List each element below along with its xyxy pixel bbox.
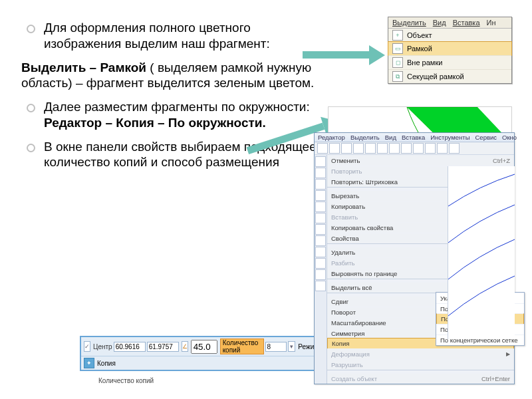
p3a: Далее разместим фрагменты по окружности: (44, 100, 310, 114)
editor-item-24: Создать объектCtrl+Enter (327, 373, 514, 384)
item-label: Повторить: Штриховка (331, 178, 398, 186)
menu-item-icon: ▭ (392, 43, 403, 54)
p2a: Выделить – Рамкой (21, 61, 146, 74)
item-shortcut: Ctrl+Enter (481, 375, 510, 382)
menu-item-label: Рамкой (407, 45, 432, 53)
stepper-icon[interactable]: ▾ (288, 341, 296, 352)
para-2: Выделить – Рамкой ( выделяем рамкой нужн… (21, 60, 317, 92)
editor-item-0[interactable]: ОтменитьCtrl+Z (327, 155, 514, 166)
item-label: Масштабирование (331, 319, 386, 327)
item-label: Разрушить (331, 361, 363, 368)
menu-item-label: Объект (407, 31, 432, 39)
center-label: Центр (93, 343, 112, 350)
menu-item-icon: ⧉ (392, 71, 403, 82)
item-label: Деформация (331, 350, 370, 358)
item-label: Копировать (331, 203, 365, 210)
item-label: Копировать свойства (331, 224, 393, 231)
editor-canvas (448, 166, 515, 339)
copy-label: Копия (97, 360, 116, 367)
menu-item-label: Секущей рамкой (407, 72, 464, 80)
editor-menu-4[interactable]: Инструменты (430, 134, 469, 141)
menu-item-label: Вне рамки (407, 59, 442, 66)
item-label: Удалить (331, 249, 355, 256)
count-input[interactable] (265, 342, 287, 352)
editor-item-22: Разрушить (327, 359, 514, 370)
editor-menu-3[interactable]: Вставка (402, 134, 425, 141)
select-menu-bar: Выделить Вид Вставка Ин (388, 17, 511, 29)
editor-window: РедакторВыделитьВидВставкаИнструментыСер… (314, 132, 515, 384)
item-label: Выровнять по границе (331, 270, 397, 277)
tooltip: Количество копий (98, 377, 154, 384)
item-label: Создать объект (331, 375, 377, 382)
count-label: Количество копий (220, 338, 264, 354)
item-label: Вставить (331, 213, 358, 221)
menubar-view[interactable]: Вид (433, 19, 446, 27)
select-menu-item-3[interactable]: ⧉Секущей рамкой (388, 69, 511, 83)
submenu-arrow-icon: ▶ (506, 351, 510, 357)
select-menu-item-2[interactable]: ◻Вне рамки (388, 55, 511, 69)
item-label: Свойства (331, 235, 359, 242)
menubar-select[interactable]: Выделить (392, 19, 426, 27)
center-x-input[interactable] (114, 342, 146, 352)
center-y-input[interactable] (147, 342, 179, 352)
item-label: Повторить (331, 168, 362, 175)
bullet-1: Для оформления полного цветного изображе… (21, 20, 317, 52)
editor-menu-0[interactable]: Редактор (318, 134, 345, 141)
menu-item-icon: + (392, 30, 403, 41)
item-label: Разбить (331, 259, 355, 267)
arrow-to-menu (303, 48, 386, 63)
editor-menu-2[interactable]: Вид (385, 134, 396, 141)
check-icon[interactable]: ✓ (84, 341, 90, 352)
angle-input[interactable] (191, 340, 217, 354)
item-label: Отменить (331, 157, 360, 164)
item-label: Поворот (331, 309, 356, 316)
p1: Для оформления полного цветного изображе… (44, 21, 270, 51)
item-label: Выделить всё (331, 284, 372, 291)
angle-icon[interactable]: ∠ (182, 341, 188, 352)
item-label: Симметрия (331, 330, 364, 337)
menubar-insert[interactable]: Вставка (453, 19, 480, 27)
editor-toolbar (315, 142, 514, 155)
item-label: Сдвиг (331, 298, 348, 305)
item-label: Вырезать (331, 192, 359, 200)
bullet-3: Далее разместим фрагменты по окружности:… (21, 99, 317, 131)
editor-menu-5[interactable]: Сервис (475, 134, 497, 141)
select-menu-item-0[interactable]: +Объект (388, 29, 511, 42)
editor-menu-1[interactable]: Выделить (350, 134, 380, 141)
menu-item-icon: ◻ (392, 57, 403, 68)
editor-item-21: Деформация▶ (327, 348, 514, 359)
editor-menubar: РедакторВыделитьВидВставкаИнструментыСер… (315, 133, 514, 142)
editor-sidebar (315, 155, 327, 384)
property-bar: ✓ Центр ∠ Количество копий ▾ Режим ◯ ◉ ✦… (80, 336, 322, 371)
item-label: Копия (332, 340, 349, 347)
select-menu-panel: Выделить Вид Вставка Ин +Объект▭Рамкой◻В… (388, 17, 512, 84)
menubar-cut: Ин (487, 19, 496, 27)
copy-gear-icon[interactable]: ✦ (84, 358, 94, 368)
item-shortcut: Ctrl+Z (493, 157, 510, 164)
p3b: Редактор – Копия – По окружности. (44, 116, 266, 130)
select-menu-item-1[interactable]: ▭Рамкой (388, 41, 512, 56)
editor-menu-6[interactable]: Окно (502, 134, 517, 141)
